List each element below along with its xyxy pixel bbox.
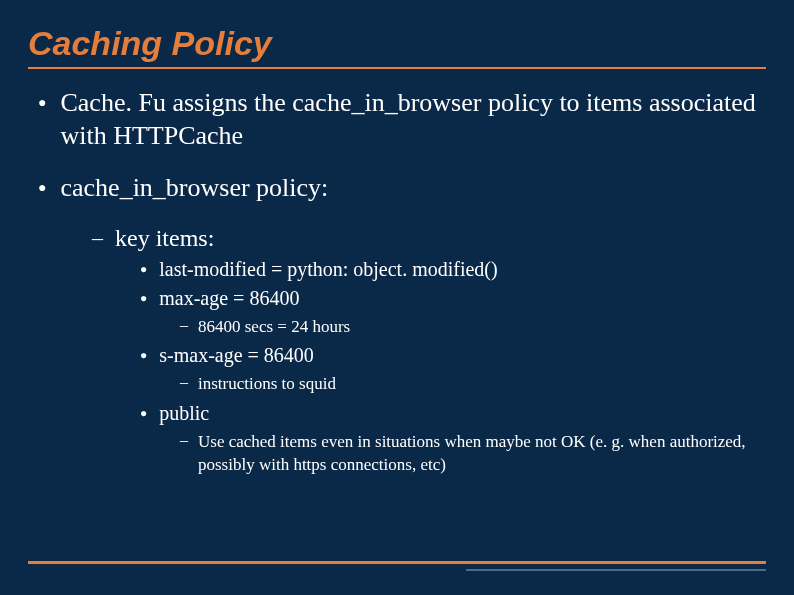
bullet-text: max-age = 86400 bbox=[159, 287, 299, 310]
bullet-dash-icon: – bbox=[92, 225, 103, 251]
footer-line-secondary bbox=[466, 569, 766, 571]
bullet-level4: – Use cached items even in situations wh… bbox=[28, 431, 766, 477]
slide: Caching Policy ● Cache. Fu assigns the c… bbox=[0, 0, 794, 477]
bullet-level4: – instructions to squid bbox=[28, 373, 766, 396]
bullet-text: key items: bbox=[115, 225, 214, 252]
bullet-level1: ● Cache. Fu assigns the cache_in_browser… bbox=[28, 87, 766, 152]
bullet-text: instructions to squid bbox=[198, 373, 336, 396]
footer-divider bbox=[0, 561, 794, 571]
bullet-level3: ● max-age = 86400 bbox=[28, 287, 766, 310]
bullet-dot-icon: ● bbox=[140, 291, 147, 306]
bullet-dot-icon: ● bbox=[38, 89, 46, 117]
bullet-text: last-modified = python: object. modified… bbox=[159, 258, 497, 281]
bullet-dash-icon: – bbox=[180, 373, 188, 391]
bullet-text: public bbox=[159, 402, 209, 425]
bullet-level3: ● public bbox=[28, 402, 766, 425]
bullet-dot-icon: ● bbox=[38, 174, 46, 202]
bullet-dot-icon: ● bbox=[140, 348, 147, 363]
bullet-text: s-max-age = 86400 bbox=[159, 344, 314, 367]
slide-title: Caching Policy bbox=[28, 24, 766, 69]
bullet-level4: – 86400 secs = 24 hours bbox=[28, 316, 766, 339]
footer-line-primary bbox=[28, 561, 766, 564]
bullet-level3: ● last-modified = python: object. modifi… bbox=[28, 258, 766, 281]
bullet-text: Use cached items even in situations when… bbox=[198, 431, 766, 477]
bullet-dash-icon: – bbox=[180, 431, 188, 449]
bullet-dot-icon: ● bbox=[140, 406, 147, 421]
bullet-text: cache_in_browser policy: bbox=[60, 172, 328, 205]
bullet-dot-icon: ● bbox=[140, 262, 147, 277]
bullet-text: 86400 secs = 24 hours bbox=[198, 316, 350, 339]
bullet-level1: ● cache_in_browser policy: – key items: … bbox=[28, 172, 766, 477]
bullet-dash-icon: – bbox=[180, 316, 188, 334]
bullet-list: ● Cache. Fu assigns the cache_in_browser… bbox=[28, 87, 766, 477]
bullet-level2: – key items: bbox=[28, 225, 766, 252]
bullet-level3: ● s-max-age = 86400 bbox=[28, 344, 766, 367]
bullet-text: Cache. Fu assigns the cache_in_browser p… bbox=[60, 87, 766, 152]
